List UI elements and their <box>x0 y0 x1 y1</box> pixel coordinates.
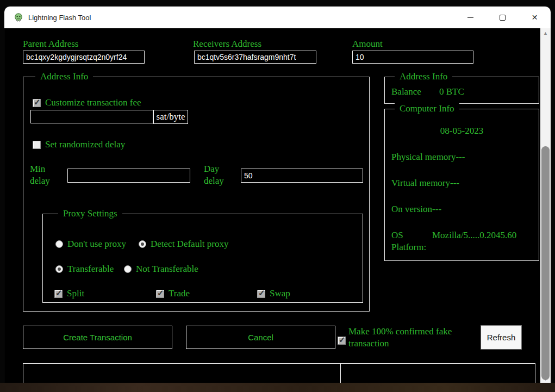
receivers-address-label: Receivers Address <box>193 38 261 50</box>
swap-checkbox[interactable]: Swap <box>257 288 290 299</box>
balance-value: 0 BTC <box>439 86 464 98</box>
fee-input[interactable] <box>30 110 153 123</box>
split-checkbox[interactable]: Split <box>54 288 84 299</box>
refresh-button[interactable]: Refresh <box>481 325 522 350</box>
trade-checkbox[interactable]: Trade <box>156 288 190 299</box>
radio-transferable[interactable]: Transferable <box>55 264 114 275</box>
create-transaction-button[interactable]: Create Transaction <box>23 326 172 349</box>
os-platform-value: Mozilla/5.....0.2045.60 <box>432 229 516 241</box>
balance-label: Balance <box>391 86 421 98</box>
radio-detect-default-proxy-label: Detect Default proxy <box>151 239 229 250</box>
customize-fee-checkbox-box[interactable] <box>33 99 41 107</box>
close-button[interactable]: ✕ <box>519 7 551 28</box>
virtual-memory-text: Virtual memory--- <box>391 177 459 189</box>
trade-checkbox-label: Trade <box>169 288 190 299</box>
maximize-button[interactable] <box>487 7 519 28</box>
radio-not-transferable-label: Not Transferable <box>136 264 198 275</box>
os-platform-label: OS Platform: <box>391 229 434 253</box>
min-delay-label: Min delay <box>30 163 58 187</box>
desktop-background <box>0 383 555 392</box>
day-delay-input[interactable] <box>241 169 363 183</box>
trade-checkbox-box[interactable] <box>156 290 164 298</box>
title-bar: Lightning Flash Tool ✕ <box>4 7 551 28</box>
customize-fee-checkbox[interactable]: Customize transaction fee <box>33 97 141 108</box>
randomized-delay-label: Set randomized delay <box>45 139 125 150</box>
output-table <box>23 363 535 383</box>
fake-transaction-checkbox[interactable] <box>338 337 346 345</box>
window-title: Lightning Flash Tool <box>28 14 91 22</box>
fee-unit-label: sat/byte <box>153 110 188 124</box>
day-delay-label: Day delay <box>204 163 232 187</box>
radio-dont-use-proxy-label: Don't use proxy <box>67 239 126 250</box>
radio-not-transferable-circle[interactable] <box>124 265 132 273</box>
radio-dont-use-proxy[interactable]: Don't use proxy <box>55 239 126 250</box>
parent-address-input[interactable] <box>23 51 145 64</box>
fake-transaction-label: Make 100% confirmed fake transaction <box>348 326 479 350</box>
vertical-scrollbar[interactable]: ▲ ▼ <box>540 28 551 383</box>
randomized-delay-checkbox-box[interactable] <box>33 141 41 149</box>
balance-panel-title: Address Info <box>395 71 452 82</box>
scrollbar-thumb[interactable] <box>541 146 550 380</box>
customize-fee-label: Customize transaction fee <box>45 97 141 108</box>
computer-info-date: 08-05-2023 <box>384 125 539 137</box>
app-window: Lightning Flash Tool ✕ Parent Address Re… <box>4 7 551 383</box>
computer-info-panel-title: Computer Info <box>395 103 459 114</box>
physical-memory-text: Physical memory--- <box>391 151 465 163</box>
radio-detect-default-proxy-circle[interactable] <box>139 240 146 248</box>
radio-dont-use-proxy-circle[interactable] <box>55 240 63 248</box>
radio-detect-default-proxy[interactable]: Detect Default proxy <box>139 239 229 250</box>
split-checkbox-box[interactable] <box>54 290 63 298</box>
proxy-settings-group-title: Proxy Settings <box>58 208 122 219</box>
amount-label: Amount <box>352 38 383 50</box>
split-checkbox-label: Split <box>67 288 84 299</box>
radio-transferable-circle[interactable] <box>55 265 63 273</box>
on-version-text: On version--- <box>391 203 441 215</box>
output-table-divider <box>340 364 341 383</box>
radio-not-transferable[interactable]: Not Transferable <box>124 264 198 275</box>
min-delay-input[interactable] <box>67 169 190 183</box>
address-info-group-title: Address Info <box>35 71 93 82</box>
scrollbar-track[interactable] <box>540 38 551 374</box>
swap-checkbox-box[interactable] <box>257 290 265 298</box>
minimize-button[interactable] <box>454 7 487 28</box>
randomized-delay-checkbox[interactable]: Set randomized delay <box>33 139 125 150</box>
cancel-button[interactable]: Cancel <box>186 326 335 349</box>
parent-address-label: Parent Address <box>23 38 78 50</box>
proxy-settings-group: Proxy Settings <box>42 214 363 303</box>
scroll-up-icon[interactable]: ▲ <box>540 28 551 38</box>
amount-input[interactable] <box>352 51 473 64</box>
swap-checkbox-label: Swap <box>270 288 290 299</box>
radio-transferable-label: Transferable <box>67 264 114 275</box>
receivers-address-input[interactable] <box>194 51 316 64</box>
app-icon <box>14 13 23 22</box>
